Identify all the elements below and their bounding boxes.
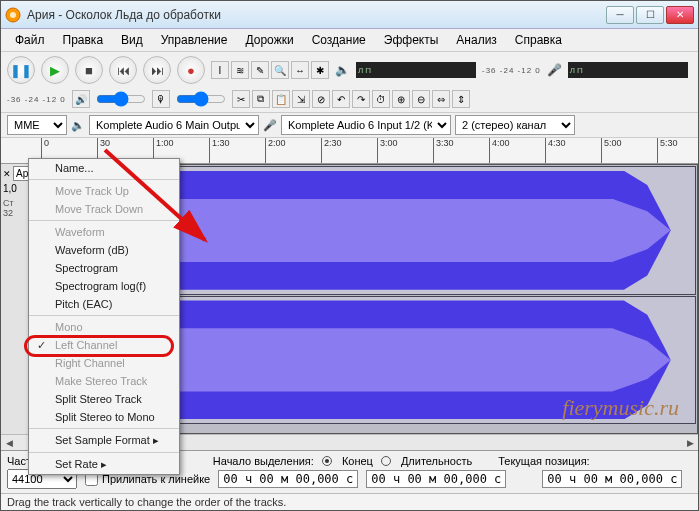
multi-tool-icon[interactable]: ✱	[311, 61, 329, 79]
status-bar: Drag the track vertically to change the …	[1, 493, 698, 510]
output-device-select[interactable]: Komplete Audio 6 Main Output	[89, 115, 259, 135]
draw-tool-icon[interactable]: ✎	[251, 61, 269, 79]
ctx-item-spectrogram[interactable]: Spectrogram	[29, 259, 179, 277]
app-icon	[5, 7, 21, 23]
trim-icon[interactable]: ⇲	[292, 90, 310, 108]
skip-start-button[interactable]: ⏮	[109, 56, 137, 84]
track-context-menu: Name...Move Track UpMove Track DownWavef…	[28, 158, 180, 475]
ctx-item-waveform: Waveform	[29, 223, 179, 241]
ctx-item-name[interactable]: Name...	[29, 159, 179, 177]
ruler-tick: 4:30	[545, 138, 566, 163]
silence-icon[interactable]: ⊘	[312, 90, 330, 108]
selection-start-time[interactable]: 00 ч 00 м 00,000 с	[218, 470, 358, 488]
menubar: Файл Правка Вид Управление Дорожки Созда…	[1, 29, 698, 51]
record-button[interactable]: ●	[177, 56, 205, 84]
menu-file[interactable]: Файл	[7, 31, 53, 49]
window-title: Ария - Осколок Льда до обработки	[27, 8, 606, 22]
fit-selection-icon[interactable]: ⇔	[432, 90, 450, 108]
ctx-item-waveform-db[interactable]: Waveform (dB)	[29, 241, 179, 259]
minimize-button[interactable]: ─	[606, 6, 634, 24]
speaker-icon: 🔈	[71, 119, 85, 132]
db-scale-in: -36 -24 -12 0	[7, 95, 66, 104]
ctx-item-split-stereo-track[interactable]: Split Stereo Track	[29, 390, 179, 408]
device-toolbar: MME 🔈 Komplete Audio 6 Main Output 🎤 Kom…	[1, 113, 698, 138]
ruler-tick: 5:30	[657, 138, 678, 163]
paste-icon[interactable]: 📋	[272, 90, 290, 108]
input-device-select[interactable]: Komplete Audio 6 Input 1/2 (K	[281, 115, 451, 135]
zoom-tool-icon[interactable]: 🔍	[271, 61, 289, 79]
play-button[interactable]: ▶	[41, 56, 69, 84]
envelope-tool-icon[interactable]: ≋	[231, 61, 249, 79]
sync-lock-icon[interactable]: ⏱	[372, 90, 390, 108]
ctx-item-pitch-eac[interactable]: Pitch (EAC)	[29, 295, 179, 313]
selection-tool-icon[interactable]: I	[211, 61, 229, 79]
menu-tracks[interactable]: Дорожки	[238, 31, 302, 49]
input-volume-icon[interactable]: 🎙	[152, 90, 170, 108]
selection-start-label: Начало выделения:	[213, 455, 314, 467]
duration-radio[interactable]	[381, 456, 391, 466]
ruler-tick: 2:00	[265, 138, 286, 163]
ruler-tick: 2:30	[321, 138, 342, 163]
speaker-out-icon: 🔈	[335, 63, 350, 77]
toolbar: ❚❚ ▶ ■ ⏮ ⏭ ● I ≋ ✎ 🔍 ↔ ✱ 🔈 ЛП -36 -24 -1…	[1, 51, 698, 113]
pause-button[interactable]: ❚❚	[7, 56, 35, 84]
menu-edit[interactable]: Правка	[55, 31, 112, 49]
input-channels-select[interactable]: 2 (стерео) канал	[455, 115, 575, 135]
cut-icon[interactable]: ✂	[232, 90, 250, 108]
ruler-tick: 1:30	[209, 138, 230, 163]
output-meter[interactable]: ЛП	[356, 62, 476, 78]
ctx-item-move-track-down: Move Track Down	[29, 200, 179, 218]
mic-icon: 🎤	[547, 63, 562, 77]
edit-tools: I ≋ ✎ 🔍 ↔ ✱	[211, 61, 329, 79]
zoom-in-icon[interactable]: ⊕	[392, 90, 410, 108]
audio-position-time[interactable]: 00 ч 00 м 00,000 с	[542, 470, 682, 488]
stop-button[interactable]: ■	[75, 56, 103, 84]
ctx-item-make-stereo-track: Make Stereo Track	[29, 372, 179, 390]
menu-generate[interactable]: Создание	[304, 31, 374, 49]
skip-end-button[interactable]: ⏭	[143, 56, 171, 84]
timeshift-tool-icon[interactable]: ↔	[291, 61, 309, 79]
output-volume-slider[interactable]	[96, 93, 146, 105]
ctx-item-set-sample-format[interactable]: Set Sample Format ▸	[29, 431, 179, 450]
end-label: Конец	[342, 455, 373, 467]
scroll-right-icon[interactable]: ▶	[682, 438, 698, 448]
maximize-button[interactable]: ☐	[636, 6, 664, 24]
duration-label: Длительность	[401, 455, 472, 467]
audio-host-select[interactable]: MME	[7, 115, 67, 135]
menu-analyze[interactable]: Анализ	[448, 31, 505, 49]
menu-view[interactable]: Вид	[113, 31, 151, 49]
input-meter[interactable]: ЛП	[568, 62, 688, 78]
ctx-item-mono: Mono	[29, 318, 179, 336]
fit-project-icon[interactable]: ⇕	[452, 90, 470, 108]
ctx-item-set-rate[interactable]: Set Rate ▸	[29, 455, 179, 474]
ctx-item-move-track-up: Move Track Up	[29, 182, 179, 200]
menu-effects[interactable]: Эффекты	[376, 31, 447, 49]
close-button[interactable]: ✕	[666, 6, 694, 24]
titlebar: Ария - Осколок Льда до обработки ─ ☐ ✕	[1, 1, 698, 29]
copy-icon[interactable]: ⧉	[252, 90, 270, 108]
ruler-tick: 5:00	[601, 138, 622, 163]
zoom-out-icon[interactable]: ⊖	[412, 90, 430, 108]
track-close-icon[interactable]: ✕	[3, 169, 11, 179]
svg-point-1	[10, 12, 16, 18]
ctx-item-spectrogram-log-f[interactable]: Spectrogram log(f)	[29, 277, 179, 295]
menu-help[interactable]: Справка	[507, 31, 570, 49]
db-scale-out: -36 -24 -12 0	[482, 66, 541, 75]
redo-icon[interactable]: ↷	[352, 90, 370, 108]
ctx-item-split-stereo-to-mono[interactable]: Split Stereo to Mono	[29, 408, 179, 426]
ctx-item-right-channel: Right Channel	[29, 354, 179, 372]
ctx-item-left-channel: Left Channel	[29, 336, 179, 354]
position-label: Текущая позиция:	[498, 455, 589, 467]
undo-icon[interactable]: ↶	[332, 90, 350, 108]
ruler-tick: 4:00	[489, 138, 510, 163]
mic-device-icon: 🎤	[263, 119, 277, 132]
input-volume-slider[interactable]	[176, 93, 226, 105]
output-volume-icon[interactable]: 🔊	[72, 90, 90, 108]
selection-end-time[interactable]: 00 ч 00 м 00,000 с	[366, 470, 506, 488]
ruler-tick: 3:30	[433, 138, 454, 163]
ruler-tick: 3:00	[377, 138, 398, 163]
scroll-left-icon[interactable]: ◀	[1, 438, 17, 448]
menu-transport[interactable]: Управление	[153, 31, 236, 49]
end-radio[interactable]	[322, 456, 332, 466]
